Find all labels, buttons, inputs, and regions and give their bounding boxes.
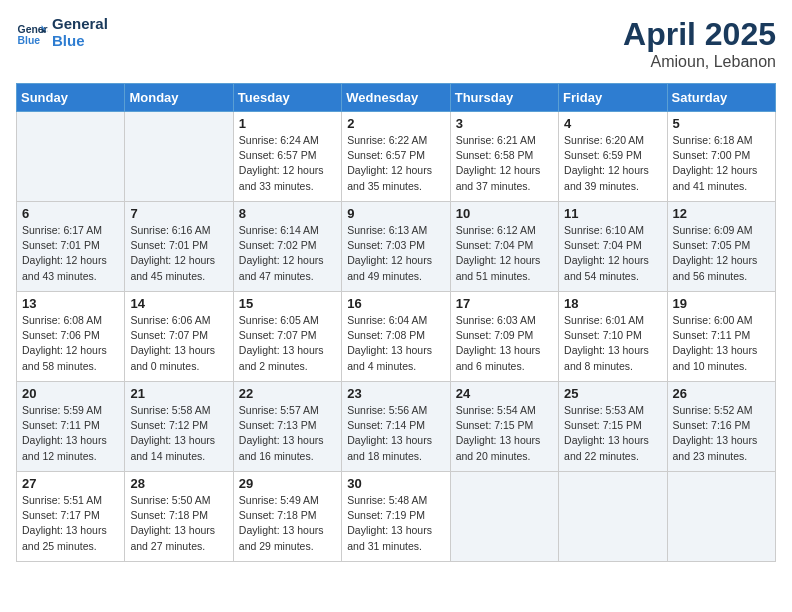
header-cell-wednesday: Wednesday: [342, 84, 450, 112]
calendar-cell: 8Sunrise: 6:14 AM Sunset: 7:02 PM Daylig…: [233, 202, 341, 292]
header-cell-saturday: Saturday: [667, 84, 775, 112]
calendar-cell: 6Sunrise: 6:17 AM Sunset: 7:01 PM Daylig…: [17, 202, 125, 292]
calendar-cell: 16Sunrise: 6:04 AM Sunset: 7:08 PM Dayli…: [342, 292, 450, 382]
calendar-cell: 5Sunrise: 6:18 AM Sunset: 7:00 PM Daylig…: [667, 112, 775, 202]
day-number: 26: [673, 386, 770, 401]
header-cell-tuesday: Tuesday: [233, 84, 341, 112]
day-number: 28: [130, 476, 227, 491]
day-info: Sunrise: 6:05 AM Sunset: 7:07 PM Dayligh…: [239, 313, 336, 374]
calendar-week-1: 1Sunrise: 6:24 AM Sunset: 6:57 PM Daylig…: [17, 112, 776, 202]
calendar-cell: 14Sunrise: 6:06 AM Sunset: 7:07 PM Dayli…: [125, 292, 233, 382]
day-number: 4: [564, 116, 661, 131]
calendar-cell: [125, 112, 233, 202]
day-info: Sunrise: 6:10 AM Sunset: 7:04 PM Dayligh…: [564, 223, 661, 284]
day-number: 8: [239, 206, 336, 221]
calendar-cell: [17, 112, 125, 202]
calendar-week-3: 13Sunrise: 6:08 AM Sunset: 7:06 PM Dayli…: [17, 292, 776, 382]
day-number: 24: [456, 386, 553, 401]
day-info: Sunrise: 6:04 AM Sunset: 7:08 PM Dayligh…: [347, 313, 444, 374]
day-number: 13: [22, 296, 119, 311]
day-number: 2: [347, 116, 444, 131]
day-number: 6: [22, 206, 119, 221]
day-info: Sunrise: 6:09 AM Sunset: 7:05 PM Dayligh…: [673, 223, 770, 284]
day-number: 10: [456, 206, 553, 221]
day-info: Sunrise: 6:16 AM Sunset: 7:01 PM Dayligh…: [130, 223, 227, 284]
day-number: 3: [456, 116, 553, 131]
calendar-week-4: 20Sunrise: 5:59 AM Sunset: 7:11 PM Dayli…: [17, 382, 776, 472]
calendar-cell: 19Sunrise: 6:00 AM Sunset: 7:11 PM Dayli…: [667, 292, 775, 382]
calendar-cell: 28Sunrise: 5:50 AM Sunset: 7:18 PM Dayli…: [125, 472, 233, 562]
calendar-cell: 21Sunrise: 5:58 AM Sunset: 7:12 PM Dayli…: [125, 382, 233, 472]
day-number: 29: [239, 476, 336, 491]
calendar-cell: 10Sunrise: 6:12 AM Sunset: 7:04 PM Dayli…: [450, 202, 558, 292]
day-number: 20: [22, 386, 119, 401]
calendar-title: April 2025: [623, 16, 776, 53]
calendar-cell: 12Sunrise: 6:09 AM Sunset: 7:05 PM Dayli…: [667, 202, 775, 292]
day-info: Sunrise: 6:08 AM Sunset: 7:06 PM Dayligh…: [22, 313, 119, 374]
calendar-cell: 4Sunrise: 6:20 AM Sunset: 6:59 PM Daylig…: [559, 112, 667, 202]
calendar-cell: 3Sunrise: 6:21 AM Sunset: 6:58 PM Daylig…: [450, 112, 558, 202]
day-info: Sunrise: 5:57 AM Sunset: 7:13 PM Dayligh…: [239, 403, 336, 464]
day-info: Sunrise: 6:20 AM Sunset: 6:59 PM Dayligh…: [564, 133, 661, 194]
calendar-week-2: 6Sunrise: 6:17 AM Sunset: 7:01 PM Daylig…: [17, 202, 776, 292]
calendar-cell: 17Sunrise: 6:03 AM Sunset: 7:09 PM Dayli…: [450, 292, 558, 382]
header-cell-monday: Monday: [125, 84, 233, 112]
title-block: April 2025 Amioun, Lebanon: [623, 16, 776, 71]
calendar-cell: 11Sunrise: 6:10 AM Sunset: 7:04 PM Dayli…: [559, 202, 667, 292]
day-info: Sunrise: 6:06 AM Sunset: 7:07 PM Dayligh…: [130, 313, 227, 374]
day-info: Sunrise: 5:49 AM Sunset: 7:18 PM Dayligh…: [239, 493, 336, 554]
day-info: Sunrise: 5:58 AM Sunset: 7:12 PM Dayligh…: [130, 403, 227, 464]
logo-icon: General Blue: [16, 17, 48, 49]
calendar-cell: 25Sunrise: 5:53 AM Sunset: 7:15 PM Dayli…: [559, 382, 667, 472]
calendar-cell: 15Sunrise: 6:05 AM Sunset: 7:07 PM Dayli…: [233, 292, 341, 382]
day-info: Sunrise: 5:50 AM Sunset: 7:18 PM Dayligh…: [130, 493, 227, 554]
header-row: SundayMondayTuesdayWednesdayThursdayFrid…: [17, 84, 776, 112]
day-info: Sunrise: 6:21 AM Sunset: 6:58 PM Dayligh…: [456, 133, 553, 194]
day-number: 21: [130, 386, 227, 401]
day-number: 7: [130, 206, 227, 221]
day-info: Sunrise: 6:03 AM Sunset: 7:09 PM Dayligh…: [456, 313, 553, 374]
calendar-cell: 26Sunrise: 5:52 AM Sunset: 7:16 PM Dayli…: [667, 382, 775, 472]
day-number: 12: [673, 206, 770, 221]
calendar-cell: 13Sunrise: 6:08 AM Sunset: 7:06 PM Dayli…: [17, 292, 125, 382]
day-info: Sunrise: 6:24 AM Sunset: 6:57 PM Dayligh…: [239, 133, 336, 194]
calendar-cell: 18Sunrise: 6:01 AM Sunset: 7:10 PM Dayli…: [559, 292, 667, 382]
day-info: Sunrise: 5:53 AM Sunset: 7:15 PM Dayligh…: [564, 403, 661, 464]
calendar-cell: [559, 472, 667, 562]
day-info: Sunrise: 5:51 AM Sunset: 7:17 PM Dayligh…: [22, 493, 119, 554]
day-info: Sunrise: 6:17 AM Sunset: 7:01 PM Dayligh…: [22, 223, 119, 284]
logo: General Blue General Blue: [16, 16, 108, 49]
day-number: 5: [673, 116, 770, 131]
calendar-cell: 30Sunrise: 5:48 AM Sunset: 7:19 PM Dayli…: [342, 472, 450, 562]
day-info: Sunrise: 6:01 AM Sunset: 7:10 PM Dayligh…: [564, 313, 661, 374]
page-header: General Blue General Blue April 2025 Ami…: [16, 16, 776, 71]
calendar-cell: [667, 472, 775, 562]
day-info: Sunrise: 6:14 AM Sunset: 7:02 PM Dayligh…: [239, 223, 336, 284]
calendar-cell: 20Sunrise: 5:59 AM Sunset: 7:11 PM Dayli…: [17, 382, 125, 472]
day-info: Sunrise: 5:52 AM Sunset: 7:16 PM Dayligh…: [673, 403, 770, 464]
header-cell-sunday: Sunday: [17, 84, 125, 112]
day-info: Sunrise: 6:18 AM Sunset: 7:00 PM Dayligh…: [673, 133, 770, 194]
header-cell-friday: Friday: [559, 84, 667, 112]
day-number: 23: [347, 386, 444, 401]
day-number: 17: [456, 296, 553, 311]
day-info: Sunrise: 5:59 AM Sunset: 7:11 PM Dayligh…: [22, 403, 119, 464]
day-number: 15: [239, 296, 336, 311]
calendar-subtitle: Amioun, Lebanon: [623, 53, 776, 71]
day-number: 9: [347, 206, 444, 221]
svg-text:Blue: Blue: [18, 35, 41, 46]
logo-general: General: [52, 16, 108, 33]
day-number: 1: [239, 116, 336, 131]
calendar-cell: [450, 472, 558, 562]
day-info: Sunrise: 6:12 AM Sunset: 7:04 PM Dayligh…: [456, 223, 553, 284]
calendar-cell: 23Sunrise: 5:56 AM Sunset: 7:14 PM Dayli…: [342, 382, 450, 472]
calendar-cell: 27Sunrise: 5:51 AM Sunset: 7:17 PM Dayli…: [17, 472, 125, 562]
day-info: Sunrise: 6:00 AM Sunset: 7:11 PM Dayligh…: [673, 313, 770, 374]
day-info: Sunrise: 6:13 AM Sunset: 7:03 PM Dayligh…: [347, 223, 444, 284]
day-info: Sunrise: 5:48 AM Sunset: 7:19 PM Dayligh…: [347, 493, 444, 554]
calendar-cell: 7Sunrise: 6:16 AM Sunset: 7:01 PM Daylig…: [125, 202, 233, 292]
day-number: 18: [564, 296, 661, 311]
day-number: 11: [564, 206, 661, 221]
day-number: 25: [564, 386, 661, 401]
day-info: Sunrise: 5:54 AM Sunset: 7:15 PM Dayligh…: [456, 403, 553, 464]
